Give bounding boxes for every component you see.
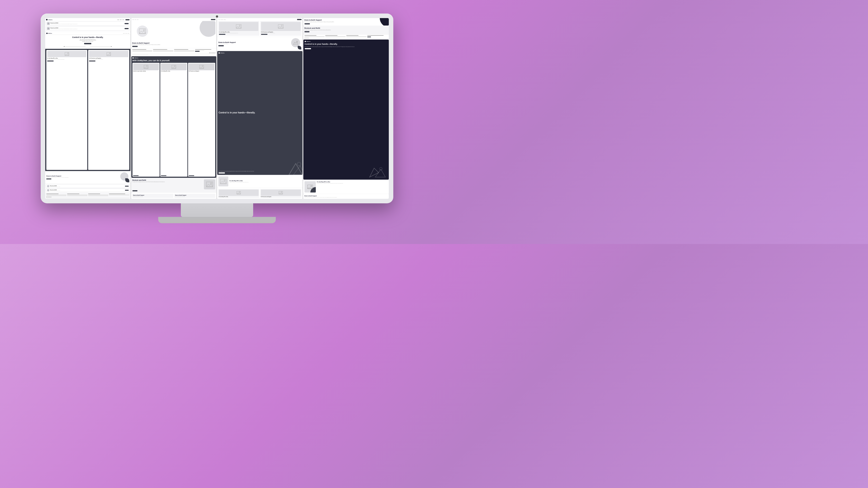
svg-point-54 xyxy=(311,185,312,186)
col3-bottom-cards: It's Like Bug Off in a Box Pet Protectio… xyxy=(217,188,303,199)
svg-rect-52 xyxy=(307,185,313,189)
svg-rect-29 xyxy=(236,25,241,29)
svg-marker-12 xyxy=(107,54,111,55)
col2-hero-circle: Down-to-Earth Support We are licensed pe… xyxy=(131,18,217,48)
svg-marker-27 xyxy=(206,184,213,187)
monitor: DoMyOwn Restock and Refill xyxy=(41,13,393,230)
monitor-body: DoMyOwn Restock and Refill xyxy=(41,13,393,203)
screen-col-2: Down-to-Earth Support We are licensed pe… xyxy=(131,18,217,199)
svg-rect-40 xyxy=(220,179,226,184)
svg-rect-17 xyxy=(144,65,148,69)
col1-restock1-title: Restock and Refill xyxy=(51,22,124,24)
col4-dark-title: Control is in your hands—literally. xyxy=(305,43,388,45)
col4-top-brand: Down-to-Earth Support We are licensed pe… xyxy=(303,18,389,26)
svg-marker-6 xyxy=(63,46,65,47)
camera-dot xyxy=(216,15,218,18)
svg-rect-43 xyxy=(237,191,241,194)
col1-restock-top: DoMyOwn Restock and Refill xyxy=(45,18,130,32)
svg-point-1 xyxy=(49,23,49,24)
col4-restock-desc: The right stuff at the right place befor… xyxy=(305,30,388,31)
col3-dark-hero-full: DoMyOwn Control is in your hands—literal… xyxy=(217,51,303,175)
svg-rect-11 xyxy=(107,53,111,56)
svg-point-31 xyxy=(239,25,241,26)
col4-restock-title: Restock and Refill xyxy=(305,27,388,29)
screen-col-4: Down-to-Earth Support We are licensed pe… xyxy=(303,18,389,199)
col4-bottom-support-desc: We are licensed pesticide professionals,… xyxy=(305,197,388,198)
svg-point-48 xyxy=(281,192,282,193)
col3-card2-title: Pet Protection and Supplies xyxy=(261,31,301,33)
svg-marker-9 xyxy=(65,54,69,55)
col2-support-cards: Down-to-Earth Support We are licensed pe… xyxy=(131,193,217,199)
col3-support-title: Down-to-Earth Support xyxy=(218,41,289,43)
col3-product-feature: It's Like Bug Off in a Box Whatever is b… xyxy=(217,175,303,188)
svg-point-28 xyxy=(211,183,212,184)
col4-bugoff-title: It's Like Bug Off in a Box xyxy=(317,181,388,183)
svg-rect-46 xyxy=(279,191,283,194)
svg-rect-14 xyxy=(139,29,146,34)
col1-main-hero: DoMyOwn Control is in your hands—literal… xyxy=(45,32,130,199)
svg-marker-53 xyxy=(307,186,313,188)
col4-dark-desc: As the largest provider of professional-… xyxy=(305,46,388,47)
col2-support-title: Down-to-Earth Support xyxy=(132,42,216,44)
col1-card2-desc: Because everything you have for your pet… xyxy=(89,59,128,60)
svg-marker-50 xyxy=(375,169,385,177)
col1-bottom-restock1-desc: The right stuff at the right place befor… xyxy=(50,186,124,187)
svg-marker-47 xyxy=(279,193,283,194)
svg-rect-23 xyxy=(199,65,204,69)
col2-support-card1: Down-to-Earth Support xyxy=(133,195,173,196)
col2-card1-title: Control is in your hands—literally. xyxy=(133,71,159,72)
col2-support-card2: Down-to-Earth Support xyxy=(175,195,215,196)
svg-marker-33 xyxy=(278,26,283,28)
col2-restock-desc: The right stuff at the right place befor… xyxy=(132,182,203,182)
col2-dark-logo: DoMyOwn xyxy=(134,57,138,59)
col3-feature-title: It's Like Bug Off in a Box xyxy=(229,180,301,182)
col1-main-logo: DoMyOwn xyxy=(48,33,52,34)
col2-support-card2-desc: We are licensed pesticide professionals. xyxy=(175,196,215,197)
col3-bottom-card1: It's Like Bug Off in a Box xyxy=(219,196,258,197)
svg-marker-44 xyxy=(237,193,241,194)
svg-marker-15 xyxy=(139,31,146,33)
col1-hero-title: Control is in your hands—literally. xyxy=(46,36,129,38)
col2-card3-title: Pet Protection and Supplies xyxy=(189,71,215,72)
svg-rect-26 xyxy=(206,182,213,187)
col4-bottom-support-title: Down-to-Earth Support xyxy=(305,195,388,197)
svg-point-42 xyxy=(224,180,225,181)
col3-dark-logo: DoMyOwn xyxy=(220,53,225,54)
col3-card2-desc: Because everything you have for your pet… xyxy=(261,33,301,33)
svg-point-10 xyxy=(68,53,68,54)
col3-feature-desc: Whatever is bothering you, we have the p… xyxy=(229,182,301,183)
svg-marker-41 xyxy=(220,181,226,184)
col3-dark-hero-title: Control is in your hands—literally. xyxy=(219,55,301,171)
col3-support-desc: We are licensed pesticide professionals. xyxy=(218,43,289,44)
col1-bottom-restock1: Restock and Refill xyxy=(50,186,124,186)
svg-marker-49 xyxy=(370,168,379,177)
svg-point-13 xyxy=(110,53,110,54)
col2-restock-title: Restock and Refill xyxy=(132,180,203,181)
col1-support-desc: We are licensed pesticide professionals,… xyxy=(46,177,118,178)
col4-dark-brand-hero: DoMyOwn Control is in your hands—literal… xyxy=(303,39,389,180)
svg-marker-7 xyxy=(111,46,112,47)
svg-rect-8 xyxy=(65,53,69,56)
col4-support-title: Down-to-Earth Support xyxy=(305,19,363,21)
col1-restock2-desc: The right stuff at the right place befor… xyxy=(51,29,124,29)
screen-col-3: It's Like Bug Off in a Box Whatever is b… xyxy=(217,18,303,199)
col1-hero-sub: Take control of pest control. As the lar… xyxy=(46,39,129,42)
svg-point-34 xyxy=(281,25,283,26)
svg-point-16 xyxy=(143,29,145,31)
monitor-base xyxy=(158,217,276,223)
col3-bottom-card2: Pet Protection and Supplies xyxy=(261,196,301,197)
col1-bottom-restock2: Restock and Refill xyxy=(50,190,124,191)
col1-support-title: Down-to-Earth Support xyxy=(46,175,118,177)
col3-product-top: It's Like Bug Off in a Box Whatever is b… xyxy=(217,18,303,37)
col4-restock: Restock and Refill The right stuff at th… xyxy=(303,26,389,39)
svg-marker-30 xyxy=(236,26,241,28)
svg-point-39 xyxy=(297,162,301,166)
col3-card1-title: It's Like Bug Off in a Box xyxy=(219,31,258,33)
col2-footer-copy: © 2023 DoMyOwn. All rights reserved. Pri… xyxy=(132,55,216,55)
svg-marker-24 xyxy=(199,66,204,68)
col3-card1-desc: Whatever is bothering you, we have the p… xyxy=(219,33,258,33)
col2-footer: Sign Up For Exclusive Pricing, Saving Of… xyxy=(131,48,217,56)
col2-card2-title: It's Like Bug Off in a Box xyxy=(161,71,187,72)
screen-col-1: DoMyOwn Restock and Refill xyxy=(45,18,131,199)
svg-point-3 xyxy=(49,28,49,29)
